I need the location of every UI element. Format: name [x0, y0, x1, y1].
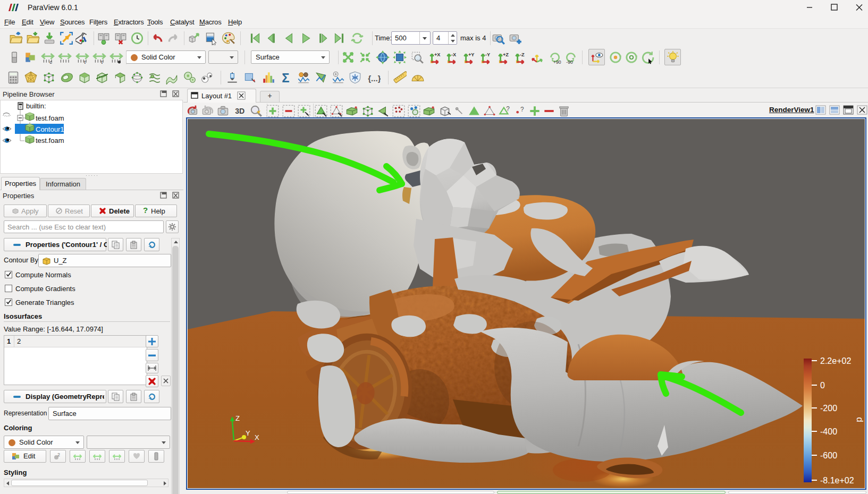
- svg-text:+Y: +Y: [468, 52, 475, 57]
- svg-text:-Y: -Y: [485, 52, 490, 57]
- svg-text:-90: -90: [566, 59, 573, 64]
- svg-text:-Z: -Z: [520, 52, 525, 57]
- svg-text:Y: Y: [246, 429, 250, 437]
- svg-text:-400: -400: [820, 427, 837, 436]
- svg-text:3D: 3D: [235, 107, 245, 115]
- svg-text:test.foam: test.foam: [36, 114, 64, 122]
- svg-text:Z: Z: [235, 414, 240, 422]
- svg-text:-200: -200: [820, 404, 837, 413]
- svg-text:p: p: [854, 417, 864, 422]
- svg-text:0: 0: [820, 381, 825, 390]
- svg-text:test.foam: test.foam: [36, 137, 64, 144]
- svg-text:+Z: +Z: [503, 52, 509, 57]
- svg-text:-X: -X: [451, 52, 457, 57]
- svg-text:+X: +X: [434, 52, 441, 57]
- svg-text:t: t: [101, 59, 103, 64]
- svg-text:t: t: [84, 59, 86, 64]
- svg-text:{...}: {...}: [368, 74, 381, 83]
- svg-text:X: X: [255, 433, 259, 441]
- svg-text:?: ?: [506, 105, 510, 113]
- svg-text:c: c: [49, 59, 52, 64]
- svg-text:-600: -600: [820, 451, 837, 460]
- svg-text:builtin:: builtin:: [26, 102, 46, 110]
- svg-text:Contour1: Contour1: [36, 125, 64, 133]
- svg-text:-8.1e+02: -8.1e+02: [820, 476, 854, 485]
- svg-text:2.2e+02: 2.2e+02: [820, 356, 851, 365]
- svg-text:+90: +90: [553, 59, 561, 64]
- svg-text:2: 2: [57, 452, 60, 457]
- svg-text:?: ?: [520, 106, 524, 113]
- svg-text:Σ: Σ: [282, 71, 289, 84]
